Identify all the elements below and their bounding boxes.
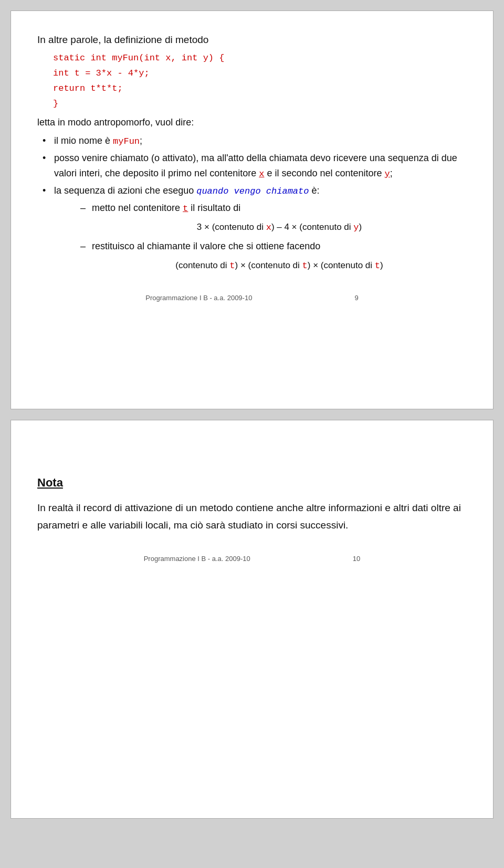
letta-text: letta in modo antropomorfo, vuol dire: xyxy=(37,115,467,130)
slide2-footer-text: Programmazione I B - a.a. 2009-10 xyxy=(144,555,250,563)
slide1-footer: Programmazione I B - a.a. 2009-10 9 xyxy=(37,289,467,302)
math1-x: x xyxy=(266,223,271,232)
slide2-page-number: 10 xyxy=(353,555,360,563)
dash-item-1: metto nel contenitore t il risultato di … xyxy=(80,200,467,235)
bullet-item-1: il mio nome è myFun; xyxy=(43,133,467,149)
slide1-footer-text: Programmazione I B - a.a. 2009-10 xyxy=(145,294,252,302)
slide-2: Nota In realtà il record di attivazione … xyxy=(10,420,494,819)
bullet-item-2: posso venire chiamato (o attivato), ma a… xyxy=(43,151,467,181)
bullet-item-3: la sequenza di azioni che eseguo quando … xyxy=(43,183,467,273)
nota-title: Nota xyxy=(37,473,467,492)
bullet3-plain: la sequenza di azioni che eseguo xyxy=(54,185,196,196)
bullet2-middle: e il secondo nel contenitore xyxy=(264,168,384,178)
bullet2-code1: x xyxy=(259,169,264,179)
code-line-2: int t = 3*x - 4*y; xyxy=(53,66,467,81)
math-formula-1: 3 × (contenuto di x) – 4 × (contenuto di… xyxy=(92,220,467,235)
dash1-plain: metto nel contenitore xyxy=(92,203,183,213)
bullet-list: il mio nome è myFun; posso venire chiama… xyxy=(37,133,467,273)
math2-t2: t xyxy=(302,261,308,271)
bullet1-code: myFun xyxy=(113,136,140,146)
dash1-code: t xyxy=(183,204,188,214)
math1-y: y xyxy=(353,223,359,232)
code-block: static int myFun(int x, int y) { int t =… xyxy=(53,51,467,112)
math-formula-2: (contenuto di t) × (contenuto di t) × (c… xyxy=(92,258,467,273)
slide2-footer: Programmazione I B - a.a. 2009-10 10 xyxy=(37,549,467,563)
dash-list: metto nel contenitore t il risultato di … xyxy=(54,200,467,273)
bullet2-after: ; xyxy=(390,168,393,178)
math2-t1: t xyxy=(229,261,235,271)
dash1-after: il risultato di xyxy=(188,203,240,213)
math2-t3: t xyxy=(375,261,380,271)
code-line-3: return t*t*t; xyxy=(53,81,467,97)
slide-1: In altre parole, la definizione di metod… xyxy=(10,10,494,409)
dash-item-2: restituisco al chiamante il valore che s… xyxy=(80,239,467,273)
bullet2-plain: posso venire chiamato (o attivato), ma a… xyxy=(54,153,457,178)
bullet3-after: è: xyxy=(309,185,319,196)
bullet2-code2: y xyxy=(385,169,390,179)
slide2-content: Nota In realtà il record di attivazione … xyxy=(37,441,467,534)
slide1-intro: In altre parole, la definizione di metod… xyxy=(37,32,467,48)
slide1-content: In altre parole, la definizione di metod… xyxy=(37,32,467,273)
nota-text: In realtà il record di attivazione di un… xyxy=(37,500,467,534)
dash2-plain: restituisco al chiamante il valore che s… xyxy=(92,241,320,251)
code-line-1: static int myFun(int x, int y) { xyxy=(53,51,467,66)
bullet3-highlight: quando vengo chiamato xyxy=(196,186,309,196)
code-line-4: } xyxy=(53,97,467,112)
bullet1-plain: il mio nome è xyxy=(54,135,113,146)
slide1-page-number: 9 xyxy=(354,294,358,302)
bullet1-after: ; xyxy=(140,135,142,146)
